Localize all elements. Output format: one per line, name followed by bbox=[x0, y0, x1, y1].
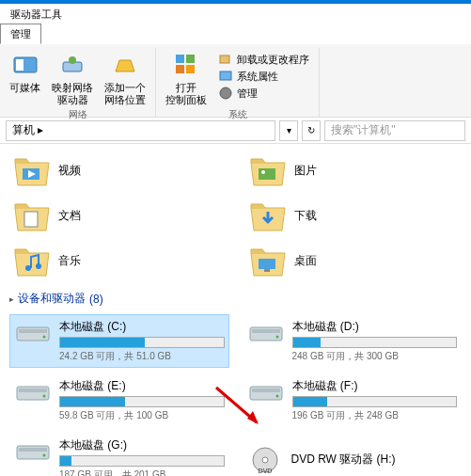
drive-hdd[interactable]: 本地磁盘 (E:)59.8 GB 可用，共 100 GB bbox=[9, 373, 229, 427]
drive-title: 本地磁盘 (E:) bbox=[59, 378, 225, 394]
svg-rect-13 bbox=[259, 168, 275, 180]
svg-rect-19 bbox=[264, 269, 270, 272]
chevron-down-icon: ▸ bbox=[9, 294, 14, 304]
tab-drive-tools[interactable]: 驱动器工具 bbox=[0, 4, 72, 24]
svg-rect-4 bbox=[176, 55, 184, 63]
drive-title: 本地磁盘 (D:) bbox=[292, 319, 458, 335]
ribbon-group-system: 打开 控制面板 卸载或更改程序 系统属性 管理 系统 bbox=[156, 48, 320, 117]
capacity-bar bbox=[292, 337, 458, 348]
drive-subtext: 24.2 GB 可用，共 51.0 GB bbox=[59, 350, 225, 363]
svg-rect-1 bbox=[16, 59, 24, 71]
folder-desktop[interactable]: 桌面 bbox=[245, 240, 463, 281]
drive-subtext: 196 GB 可用，共 248 GB bbox=[292, 409, 458, 422]
documents-folder-icon bbox=[13, 198, 51, 232]
svg-point-22 bbox=[43, 336, 46, 339]
pictures-folder-icon bbox=[249, 153, 287, 187]
folder-pictures[interactable]: 图片 bbox=[245, 150, 463, 191]
drives-grid: 本地磁盘 (C:)24.2 GB 可用，共 51.0 GB本地磁盘 (D:)24… bbox=[9, 314, 462, 476]
drive-subtext: 187 GB 可用，共 201 GB bbox=[59, 468, 225, 476]
music-folder-icon bbox=[13, 244, 51, 278]
admin-icon bbox=[218, 86, 233, 101]
drive-hdd[interactable]: 本地磁盘 (G:)187 GB 可用，共 201 GB bbox=[9, 433, 229, 476]
svg-rect-9 bbox=[220, 71, 231, 80]
control-panel-button[interactable]: 打开 控制面板 bbox=[162, 48, 211, 108]
drive-title: 本地磁盘 (G:) bbox=[59, 437, 225, 453]
folder-video[interactable]: 视频 bbox=[9, 150, 227, 191]
capacity-bar bbox=[59, 337, 225, 348]
svg-rect-8 bbox=[220, 56, 229, 63]
svg-point-3 bbox=[69, 56, 76, 64]
capacity-bar bbox=[59, 396, 225, 407]
system-props-icon bbox=[218, 69, 233, 84]
svg-rect-7 bbox=[186, 65, 195, 73]
svg-text:DVD: DVD bbox=[258, 468, 272, 474]
system-props-button[interactable]: 系统属性 bbox=[218, 69, 309, 84]
svg-point-36 bbox=[262, 457, 268, 463]
video-folder-icon bbox=[13, 153, 51, 187]
drive-title: 本地磁盘 (F:) bbox=[292, 378, 458, 394]
content-pane[interactable]: 视频图片文档下载音乐桌面 ▸ 设备和驱动器 (8) 本地磁盘 (C:)24.2 … bbox=[0, 144, 471, 476]
search-input[interactable]: 搜索"计算机" bbox=[324, 120, 465, 141]
uninstall-icon bbox=[218, 52, 233, 67]
address-bar: 算机 ▸ ▾ ↻ 搜索"计算机" bbox=[0, 118, 471, 144]
drive-title: DVD RW 驱动器 (H:) bbox=[291, 452, 396, 468]
svg-rect-15 bbox=[24, 212, 38, 227]
media-icon bbox=[10, 50, 40, 80]
add-location-button[interactable]: 添加一个 网络位置 bbox=[101, 48, 149, 108]
uninstall-button[interactable]: 卸载或更改程序 bbox=[218, 52, 309, 67]
tab-manage[interactable]: 管理 bbox=[0, 24, 41, 44]
folder-label: 下载 bbox=[294, 208, 317, 224]
hdd-icon bbox=[14, 378, 52, 406]
folder-label: 桌面 bbox=[294, 253, 317, 269]
svg-point-34 bbox=[43, 454, 46, 457]
folder-label: 视频 bbox=[58, 163, 81, 179]
ribbon-subtabs: 管理 bbox=[0, 24, 471, 44]
capacity-bar bbox=[59, 455, 225, 467]
section-devices[interactable]: ▸ 设备和驱动器 (8) bbox=[9, 291, 462, 307]
desktop-folder-icon bbox=[249, 244, 287, 278]
map-drive-icon bbox=[57, 50, 87, 80]
folder-documents[interactable]: 文档 bbox=[9, 195, 227, 236]
drive-title: 本地磁盘 (C:) bbox=[59, 319, 225, 335]
admin-button[interactable]: 管理 bbox=[218, 86, 309, 101]
ribbon-tabs: 驱动器工具 bbox=[0, 4, 471, 24]
svg-rect-27 bbox=[19, 389, 47, 392]
folder-label: 文档 bbox=[58, 208, 81, 224]
folder-label: 图片 bbox=[294, 163, 317, 179]
svg-point-10 bbox=[220, 87, 231, 99]
drive-dvd[interactable]: DVDDVD RW 驱动器 (H:) bbox=[243, 433, 463, 476]
drive-subtext: 248 GB 可用，共 300 GB bbox=[292, 350, 458, 363]
drive-subtext: 59.8 GB 可用，共 100 GB bbox=[59, 409, 225, 422]
control-panel-icon bbox=[171, 50, 201, 80]
folder-label: 音乐 bbox=[58, 253, 81, 269]
svg-rect-5 bbox=[186, 55, 195, 63]
svg-rect-24 bbox=[252, 329, 280, 333]
drive-hdd[interactable]: 本地磁盘 (F:)196 GB 可用，共 248 GB bbox=[243, 373, 463, 427]
add-location-icon bbox=[110, 50, 140, 80]
svg-rect-6 bbox=[176, 65, 184, 73]
folder-music[interactable]: 音乐 bbox=[9, 240, 227, 281]
svg-point-25 bbox=[275, 336, 278, 339]
hdd-icon bbox=[14, 319, 52, 347]
refresh-button[interactable]: ↻ bbox=[302, 120, 321, 141]
drive-hdd[interactable]: 本地磁盘 (C:)24.2 GB 可用，共 51.0 GB bbox=[9, 314, 229, 368]
svg-point-17 bbox=[36, 263, 41, 269]
hdd-icon bbox=[247, 378, 285, 406]
ribbon-group-network: 可媒体 映射网络 驱动器 添加一个 网络位置 网络 bbox=[0, 48, 156, 117]
dropdown-button[interactable]: ▾ bbox=[279, 120, 298, 141]
svg-rect-18 bbox=[259, 259, 275, 269]
breadcrumb[interactable]: 算机 ▸ bbox=[6, 120, 275, 141]
svg-rect-33 bbox=[19, 448, 47, 452]
drive-hdd[interactable]: 本地磁盘 (D:)248 GB 可用，共 300 GB bbox=[243, 314, 463, 368]
svg-point-31 bbox=[275, 395, 278, 398]
media-button[interactable]: 可媒体 bbox=[6, 48, 44, 108]
svg-rect-21 bbox=[19, 329, 47, 333]
map-drive-button[interactable]: 映射网络 驱动器 bbox=[48, 48, 97, 108]
downloads-folder-icon bbox=[249, 198, 287, 232]
dvd-icon: DVD bbox=[246, 446, 284, 474]
folders-grid: 视频图片文档下载音乐桌面 bbox=[9, 150, 462, 281]
svg-point-14 bbox=[261, 170, 265, 174]
folder-downloads[interactable]: 下载 bbox=[245, 195, 463, 236]
capacity-bar bbox=[292, 396, 458, 407]
ribbon: 可媒体 映射网络 驱动器 添加一个 网络位置 网络 打开 控制面板 卸载或更改程… bbox=[0, 44, 471, 118]
